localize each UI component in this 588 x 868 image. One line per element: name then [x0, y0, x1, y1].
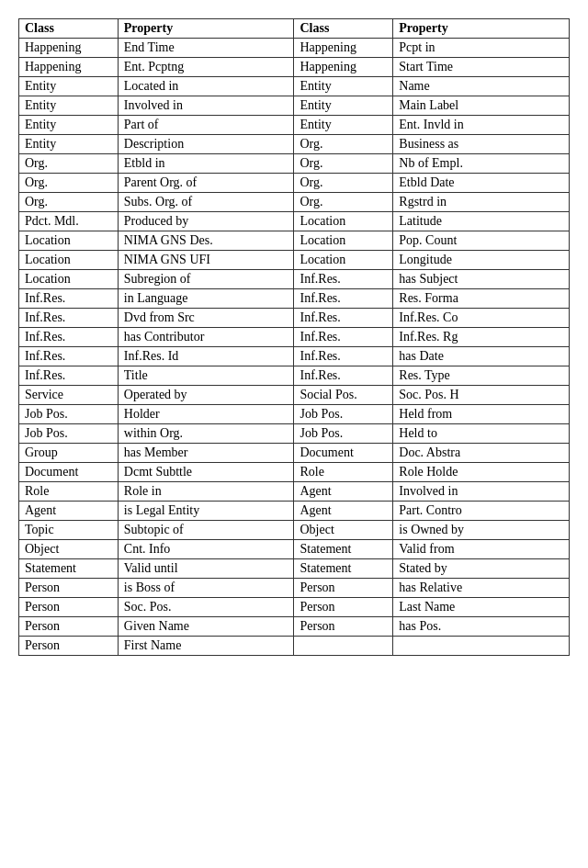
- header-property2: Property: [393, 19, 570, 39]
- table-row: PersonGiven NamePersonhas Pos.: [19, 617, 570, 637]
- class-cell: Pdct. Mdl.: [19, 212, 119, 231]
- property-cell: Pop. Count: [393, 231, 570, 251]
- table-row: Inf.Res.in LanguageInf.Res.Res. Forma: [19, 289, 570, 309]
- table-row: ObjectCnt. InfoStatementValid from: [19, 540, 570, 559]
- class-cell: Location: [294, 212, 393, 231]
- table-row: PersonSoc. Pos.PersonLast Name: [19, 598, 570, 617]
- property-cell: Valid until: [118, 559, 294, 579]
- table-row: Org.Parent Org. ofOrg.Etbld Date: [19, 174, 570, 193]
- property-cell: Rgstrd in: [393, 193, 570, 212]
- table-row: LocationSubregion ofInf.Res.has Subject: [19, 270, 570, 289]
- class-cell: Statement: [294, 559, 393, 579]
- property-cell: Main Label: [393, 96, 570, 116]
- class-cell: Inf.Res.: [19, 309, 119, 328]
- property-cell: Operated by: [118, 386, 294, 405]
- property-cell: Role in: [118, 482, 294, 502]
- property-cell: Held to: [393, 424, 570, 444]
- class-cell: Location: [19, 231, 119, 251]
- table-row: Personis Boss ofPersonhas Relative: [19, 579, 570, 598]
- table-row: Org.Subs. Org. ofOrg.Rgstrd in: [19, 193, 570, 212]
- property-cell: Doc. Abstra: [393, 444, 570, 463]
- property-cell: Stated by: [393, 559, 570, 579]
- class-cell: Person: [19, 637, 119, 656]
- property-cell: First Name: [118, 637, 294, 656]
- class-cell: Entity: [19, 135, 119, 154]
- table-row: ServiceOperated bySocial Pos.Soc. Pos. H: [19, 386, 570, 405]
- table-row: HappeningEnt. PcptngHappeningStart Time: [19, 58, 570, 77]
- property-cell: Held from: [393, 405, 570, 424]
- property-cell: is Owned by: [393, 521, 570, 540]
- property-cell: Dvd from Src: [118, 309, 294, 328]
- property-cell: Ent. Invld in: [393, 116, 570, 135]
- table-row: EntityLocated inEntityName: [19, 77, 570, 96]
- table-row: RoleRole inAgentInvolved in: [19, 482, 570, 502]
- class-cell: Person: [294, 579, 393, 598]
- table-row: Inf.Res.has ContributorInf.Res.Inf.Res. …: [19, 328, 570, 347]
- property-cell: Last Name: [393, 598, 570, 617]
- class-cell: Role: [294, 463, 393, 482]
- property-cell: has Contributor: [118, 328, 294, 347]
- class-cell: Org.: [294, 135, 393, 154]
- class-cell: Job Pos.: [19, 424, 119, 444]
- property-cell: Etbld in: [118, 154, 294, 174]
- table-row: Pdct. Mdl.Produced byLocationLatitude: [19, 212, 570, 231]
- class-cell: Location: [19, 270, 119, 289]
- header-class2: Class: [294, 19, 393, 39]
- table-row: Inf.Res.Dvd from SrcInf.Res.Inf.Res. Co: [19, 309, 570, 328]
- class-cell: Location: [19, 251, 119, 270]
- class-cell: Inf.Res.: [294, 270, 393, 289]
- class-cell: Inf.Res.: [294, 347, 393, 366]
- class-cell: Happening: [294, 58, 393, 77]
- property-cell: has Pos.: [393, 617, 570, 637]
- property-cell: has Member: [118, 444, 294, 463]
- class-cell: Document: [19, 463, 119, 482]
- class-cell: Happening: [19, 39, 119, 58]
- property-cell: Role Holde: [393, 463, 570, 482]
- property-cell: Part. Contro: [393, 502, 570, 521]
- property-cell: Res. Forma: [393, 289, 570, 309]
- class-cell: Org.: [294, 154, 393, 174]
- class-cell: Statement: [19, 559, 119, 579]
- header-class1: Class: [19, 19, 119, 39]
- class-cell: Entity: [294, 77, 393, 96]
- class-cell: Statement: [294, 540, 393, 559]
- property-cell: Title: [118, 366, 294, 386]
- property-cell: is Boss of: [118, 579, 294, 598]
- table-row: Inf.Res.TitleInf.Res.Res. Type: [19, 366, 570, 386]
- class-cell: Social Pos.: [294, 386, 393, 405]
- class-cell: Inf.Res.: [294, 328, 393, 347]
- property-cell: Longitude: [393, 251, 570, 270]
- class-cell: Entity: [19, 116, 119, 135]
- class-cell: Person: [294, 598, 393, 617]
- property-cell: in Language: [118, 289, 294, 309]
- class-cell: Inf.Res.: [294, 309, 393, 328]
- property-cell: Involved in: [118, 96, 294, 116]
- property-cell: Soc. Pos.: [118, 598, 294, 617]
- property-cell: Inf.Res. Co: [393, 309, 570, 328]
- class-cell: Job Pos.: [294, 424, 393, 444]
- property-cell: Located in: [118, 77, 294, 96]
- class-cell: [294, 637, 393, 656]
- property-cell: Subtopic of: [118, 521, 294, 540]
- class-cell: Inf.Res.: [19, 328, 119, 347]
- table-row: DocumentDcmt SubttleRoleRole Holde: [19, 463, 570, 482]
- table-row: Org.Etbld inOrg.Nb of Empl.: [19, 154, 570, 174]
- property-cell: Res. Type: [393, 366, 570, 386]
- class-cell: Agent: [294, 482, 393, 502]
- table-row: EntityInvolved inEntityMain Label: [19, 96, 570, 116]
- property-cell: Soc. Pos. H: [393, 386, 570, 405]
- class-cell: Job Pos.: [294, 405, 393, 424]
- class-cell: Object: [294, 521, 393, 540]
- class-cell: Person: [19, 617, 119, 637]
- class-cell: Topic: [19, 521, 119, 540]
- property-cell: Subs. Org. of: [118, 193, 294, 212]
- class-cell: Happening: [19, 58, 119, 77]
- property-cell: Inf.Res. Id: [118, 347, 294, 366]
- table-row: LocationNIMA GNS Des.LocationPop. Count: [19, 231, 570, 251]
- property-cell: Part of: [118, 116, 294, 135]
- property-cell: Business as: [393, 135, 570, 154]
- class-cell: Org.: [19, 193, 119, 212]
- class-cell: Entity: [294, 116, 393, 135]
- class-cell: Org.: [294, 174, 393, 193]
- property-cell: Dcmt Subttle: [118, 463, 294, 482]
